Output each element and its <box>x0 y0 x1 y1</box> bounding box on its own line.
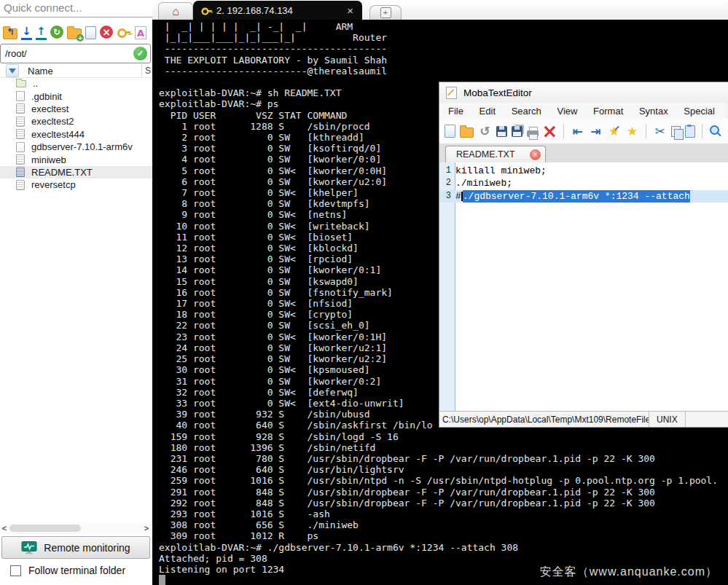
open-folder-icon[interactable] <box>460 127 474 138</box>
editor-toolbar <box>439 119 728 144</box>
file-row-execltest2[interactable]: execltest2 <box>0 115 152 127</box>
tab-home[interactable] <box>158 2 193 20</box>
editor-titlebar[interactable]: MobaTextEditor <box>439 82 728 103</box>
menu-file[interactable]: File <box>448 106 463 117</box>
toolbar-separator <box>563 125 564 138</box>
paste-icon[interactable] <box>685 125 695 138</box>
status-file-path: C:\Users\op\AppData\Local\Temp\Mxt109\Re… <box>439 415 649 425</box>
editor-tab-readme[interactable]: README.TXT <box>445 146 546 162</box>
delete-icon[interactable] <box>543 125 557 138</box>
menu-view[interactable]: View <box>557 106 577 117</box>
file-name: reversetcp <box>31 179 76 190</box>
quick-connect-input[interactable] <box>0 0 153 17</box>
cut-icon[interactable] <box>653 125 667 138</box>
code-lines: 1killall miniweb;2./miniweb;3#./gdbserve… <box>439 165 728 203</box>
font-icon[interactable] <box>135 26 146 39</box>
file-name: execltest2 <box>31 116 74 127</box>
menu-edit[interactable]: Edit <box>480 106 496 117</box>
bookmark-next-icon[interactable] <box>625 125 639 138</box>
path-input[interactable]: /root/ <box>1 48 150 59</box>
menu-format[interactable]: Format <box>593 106 623 117</box>
file-icon <box>16 91 25 101</box>
editor-tabbar: README.TXT <box>439 144 728 163</box>
folder-up-icon[interactable] <box>3 28 17 39</box>
refresh-icon[interactable] <box>50 25 63 39</box>
selected-text: ./gdbserver-7.10.1-arm6v *:1234 --attach <box>463 190 690 203</box>
terminal-cursor <box>159 575 165 585</box>
remote-monitoring-label: Remote monitoring <box>44 542 130 554</box>
remote-monitoring-button[interactable]: Remote monitoring <box>1 536 150 559</box>
file-row-execltest444[interactable]: execltest444 <box>0 128 152 141</box>
file-row-miniweb[interactable]: miniweb <box>0 153 152 165</box>
follow-terminal-folder: Follow terminal folder <box>10 562 125 579</box>
new-file-icon[interactable] <box>445 125 455 138</box>
editor-tab-close-icon[interactable] <box>530 149 541 160</box>
file-row-[interactable]: .. <box>0 77 152 90</box>
session-tabbar: 2. 192.168.74.134 <box>152 0 728 20</box>
unindent-icon[interactable] <box>571 125 584 138</box>
tab-session-active[interactable]: 2. 192.168.74.134 <box>193 1 362 20</box>
new-file-icon[interactable] <box>85 26 96 39</box>
indent-icon[interactable] <box>589 125 603 138</box>
file-row-readme-txt[interactable]: README.TXT <box>0 166 152 178</box>
download-icon[interactable] <box>21 25 32 40</box>
new-folder-icon[interactable] <box>67 28 82 39</box>
file-name: gdbserver-7.10.1-arm6v <box>31 141 133 152</box>
editor-tab-label: README.TXT <box>456 149 530 160</box>
menu-search[interactable]: Search <box>512 106 541 117</box>
scrollbar-thumb[interactable] <box>9 525 81 532</box>
follow-terminal-label: Follow terminal folder <box>28 565 125 576</box>
file-lines-icon <box>16 180 25 190</box>
file-row-gdbinit[interactable]: .gdbinit <box>0 90 152 102</box>
file-lines-icon <box>16 103 25 114</box>
column-header-size[interactable]: S <box>141 64 152 77</box>
column-header-name[interactable]: Name <box>28 66 152 76</box>
horizontal-scrollbar[interactable]: < > <box>0 522 152 534</box>
editor-statusbar: C:\Users\op\AppData\Local\Temp\Mxt109\Re… <box>439 411 728 427</box>
code-text: ./miniweb; <box>455 177 512 189</box>
file-row-reversetcp[interactable]: reversetcp <box>0 178 152 191</box>
session-tab-label: 2. 192.168.74.134 <box>216 5 347 16</box>
save-as-icon[interactable] <box>512 126 522 137</box>
sort-icon[interactable] <box>6 64 19 77</box>
reload-icon[interactable] <box>478 125 492 138</box>
editor-content[interactable]: 1killall miniweb;2./miniweb;3#./gdbserve… <box>439 162 728 412</box>
notepad-icon <box>446 87 457 99</box>
go-to-path-button[interactable] <box>133 47 147 60</box>
search-icon[interactable] <box>709 125 723 138</box>
sftp-toolbar <box>3 22 153 42</box>
file-list-header: Name S <box>0 64 152 78</box>
print-icon[interactable] <box>527 130 539 137</box>
delete-icon[interactable] <box>100 25 113 39</box>
code-line-2: 2./miniweb; <box>439 177 728 189</box>
tab-close-icon[interactable] <box>347 5 353 16</box>
code-line-1: 1killall miniweb; <box>439 165 728 177</box>
scroll-left-icon[interactable]: < <box>0 522 9 534</box>
code-text: killall miniweb; <box>455 165 547 177</box>
bookmark-add-icon[interactable] <box>607 125 621 138</box>
scroll-right-icon[interactable]: > <box>142 522 151 534</box>
follow-terminal-checkbox[interactable] <box>10 565 21 576</box>
file-name: .gdbinit <box>31 91 62 102</box>
key-icon[interactable] <box>117 25 131 39</box>
menu-syntax[interactable]: Syntax <box>639 106 668 117</box>
file-lines-icon <box>16 117 25 127</box>
file-row-execltest[interactable]: execltest <box>0 103 152 115</box>
menu-special[interactable]: Special <box>684 106 715 117</box>
copy-icon[interactable] <box>671 126 681 137</box>
code-text: # <box>455 190 461 203</box>
file-name: execltest444 <box>31 129 85 140</box>
file-readme-icon <box>16 167 25 177</box>
new-tab-button[interactable] <box>369 5 402 20</box>
folder-icon <box>16 80 26 87</box>
toolbar-separator <box>646 125 646 138</box>
line-number: 2 <box>439 177 455 189</box>
file-name: execltest <box>31 103 69 114</box>
save-icon[interactable] <box>496 126 507 137</box>
status-encoding: UNIX <box>649 412 686 427</box>
file-row-gdbserver-7-10-1-arm6v[interactable]: gdbserver-7.10.1-arm6v <box>0 141 152 153</box>
file-name: README.TXT <box>31 167 93 178</box>
upload-icon[interactable] <box>36 25 47 40</box>
file-lines-icon <box>16 129 25 139</box>
watermark: 安全客（www.anquanke.com） <box>540 565 718 580</box>
